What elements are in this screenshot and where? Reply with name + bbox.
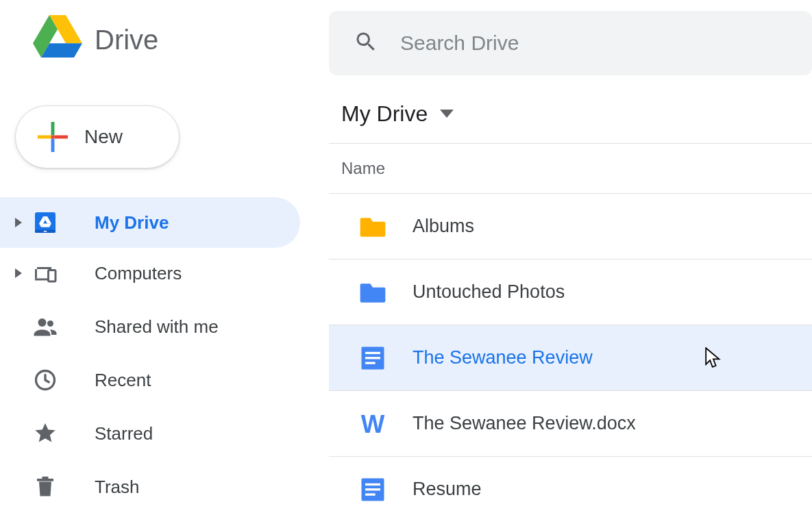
drive-icon [32, 209, 59, 236]
sidebar-item-label: Shared with me [95, 316, 219, 338]
svg-point-10 [47, 320, 53, 327]
app-name: Drive [95, 25, 158, 55]
search-icon [354, 29, 378, 57]
column-header-name[interactable]: Name [329, 144, 812, 193]
svg-rect-7 [44, 231, 47, 232]
svg-rect-1 [51, 138, 55, 152]
new-button[interactable]: New [15, 105, 180, 168]
new-button-label: New [84, 126, 123, 148]
file-name: The Sewanee Review [413, 347, 593, 368]
file-row[interactable]: WThe Sewanee Review.docx [329, 390, 812, 456]
sidebar-item-clock[interactable]: Recent [0, 355, 300, 405]
file-name: Resume [413, 479, 482, 500]
main: My Drive Name AlbumsUntouched PhotosThe … [329, 0, 812, 530]
svg-rect-2 [38, 136, 51, 139]
plus-icon [38, 122, 68, 152]
svg-rect-4 [51, 136, 55, 139]
gdoc-icon [358, 475, 388, 505]
file-name: Untouched Photos [413, 281, 565, 303]
svg-rect-0 [51, 122, 55, 136]
dropdown-icon [440, 108, 454, 121]
star-icon [32, 420, 59, 447]
folder-icon [358, 212, 388, 242]
file-row[interactable]: Resume [329, 456, 812, 522]
sidebar-item-label: Computers [95, 263, 182, 284]
svg-point-9 [38, 318, 47, 327]
sidebar: Drive New My DriveComputersShared with m… [0, 0, 329, 530]
sidebar-item-devices[interactable]: Computers [0, 248, 300, 299]
sidebar-item-label: Trash [95, 477, 140, 498]
word-icon: W [358, 409, 388, 439]
svg-rect-13 [365, 351, 380, 353]
sidebar-item-trash[interactable]: Trash [0, 462, 300, 512]
sidebar-item-label: Recent [95, 370, 151, 391]
clock-icon [32, 366, 59, 394]
file-name: The Sewanee Review.docx [413, 413, 636, 434]
svg-rect-15 [365, 362, 376, 364]
svg-rect-20 [365, 493, 376, 495]
people-icon [32, 313, 59, 340]
devices-icon [32, 260, 59, 287]
sidebar-nav: My DriveComputersShared with meRecentSta… [0, 197, 329, 512]
sidebar-item-label: My Drive [95, 212, 169, 234]
cursor-icon [705, 347, 722, 368]
search-bar[interactable] [329, 11, 812, 75]
svg-rect-14 [365, 357, 380, 359]
expand-icon[interactable] [11, 268, 26, 278]
folder-icon [358, 277, 388, 307]
search-input[interactable] [400, 31, 787, 55]
sidebar-item-label: Starred [95, 423, 153, 444]
file-row[interactable]: Untouched Photos [329, 259, 812, 325]
gdoc-icon [358, 343, 388, 373]
expand-icon[interactable] [11, 218, 26, 227]
file-list: AlbumsUntouched PhotosThe Sewanee Review… [329, 193, 812, 522]
trash-icon [32, 473, 59, 501]
sidebar-item-star[interactable]: Starred [0, 408, 300, 459]
svg-text:W: W [361, 409, 385, 438]
svg-rect-19 [365, 488, 380, 490]
svg-rect-8 [49, 270, 56, 282]
breadcrumb-label: My Drive [341, 101, 428, 127]
svg-rect-18 [365, 483, 380, 485]
drive-logo-icon [33, 15, 82, 64]
sidebar-item-people[interactable]: Shared with me [0, 301, 300, 352]
svg-rect-3 [54, 136, 68, 139]
file-name: Albums [413, 216, 474, 237]
sidebar-item-drive[interactable]: My Drive [0, 197, 300, 248]
file-row[interactable]: Albums [329, 193, 812, 259]
file-row[interactable]: The Sewanee Review [329, 325, 812, 390]
logo[interactable]: Drive [0, 15, 329, 64]
breadcrumb[interactable]: My Drive [329, 75, 812, 143]
